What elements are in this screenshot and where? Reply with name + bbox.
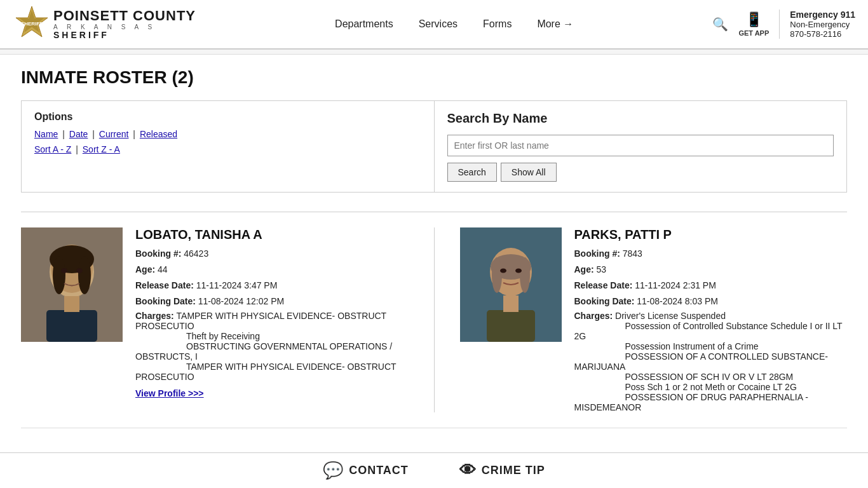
search-button[interactable]: Search — [447, 163, 497, 182]
options-box: Options Name | Date | Current | Released… — [22, 101, 435, 192]
non-emergency-label: Non-Emergency — [790, 20, 855, 29]
lobato-release-date: Release Date: 11-11-2024 3:47 PM — [135, 279, 409, 292]
search-buttons: Search Show All — [447, 163, 834, 182]
lobato-booking-date: Booking Date: 11-08-2024 12:02 PM — [135, 295, 409, 308]
search-icon[interactable]: 🔍 — [712, 17, 728, 32]
sheriff-label: SHERIFF — [53, 30, 196, 40]
crime-tip-label: CRIME TIP — [482, 464, 545, 477]
parks-release-date: Release Date: 11-11-2024 2:31 PM — [574, 279, 848, 292]
emergency-label: Emergency 911 — [790, 10, 855, 20]
inmate-info-lobato: LOBATO, TANISHA A Booking #: 46423 Age: … — [135, 227, 409, 412]
lobato-age: Age: 44 — [135, 263, 409, 276]
show-all-button[interactable]: Show All — [501, 163, 557, 182]
main-nav: Departments Services Forms More → — [196, 18, 712, 30]
lobato-view-profile[interactable]: View Profile >>> — [135, 388, 204, 398]
link-sort-za[interactable]: Sort Z - A — [83, 144, 120, 154]
svg-point-9 — [78, 256, 91, 294]
contact-button[interactable]: 💬 CONTACT — [323, 461, 409, 479]
sort-links: Sort A - Z | Sort Z - A — [34, 144, 421, 154]
svg-point-23 — [515, 269, 522, 273]
parks-age: Age: 53 — [574, 263, 848, 276]
svg-text:SHERIFF: SHERIFF — [21, 21, 43, 27]
site-header: SHERIFF POINSETT COUNTY A R K A N S A S … — [0, 0, 868, 50]
options-heading: Options — [34, 111, 421, 123]
search-heading: Search By Name — [447, 111, 834, 126]
inmate-name-parks: PARKS, PATTI P — [574, 227, 848, 242]
nav-services[interactable]: Services — [419, 18, 458, 30]
svg-point-22 — [500, 269, 506, 273]
inmate-photo-parks — [460, 227, 562, 342]
parks-charges: Charges: Driver's License Suspended Poss… — [574, 311, 848, 412]
search-input[interactable] — [447, 135, 834, 156]
lobato-charges: Charges: TAMPER WITH PHYSICAL EVIDENCE- … — [135, 311, 409, 382]
inmate-name-lobato: LOBATO, TANISHA A — [135, 227, 409, 242]
parks-booking-date: Booking Date: 11-08-2024 8:03 PM — [574, 295, 848, 308]
svg-point-8 — [53, 256, 65, 294]
inmate-row: LOBATO, TANISHA A Booking #: 46423 Age: … — [21, 212, 847, 428]
inmate-list: LOBATO, TANISHA A Booking #: 46423 Age: … — [21, 212, 847, 428]
svg-point-13 — [76, 268, 83, 273]
emergency-info: Emergency 911 Non-Emergency 870-578-2116 — [779, 10, 855, 39]
svg-point-18 — [492, 257, 502, 293]
emergency-phone: 870-578-2116 — [790, 29, 855, 39]
main-content: INMATE ROSTER (2) Options Name | Date | … — [8, 55, 860, 479]
options-search-panel: Options Name | Date | Current | Released… — [21, 100, 847, 193]
crime-tip-icon: 👁 — [459, 461, 477, 479]
nav-more[interactable]: More → — [537, 18, 573, 30]
link-sort-az[interactable]: Sort A - Z — [34, 144, 71, 154]
inmate-divider — [434, 227, 435, 412]
parks-booking: Booking #: 7843 — [574, 247, 848, 261]
options-links: Name | Date | Current | Released — [34, 129, 421, 139]
get-app-button[interactable]: 📱 GET APP — [738, 11, 769, 37]
link-name[interactable]: Name — [34, 129, 58, 139]
logo[interactable]: SHERIFF POINSETT COUNTY A R K A N S A S … — [13, 5, 196, 43]
svg-point-19 — [520, 257, 530, 293]
link-current[interactable]: Current — [99, 129, 129, 139]
page-title: INMATE ROSTER (2) — [21, 67, 847, 88]
search-box: Search By Name Search Show All — [435, 101, 847, 192]
nav-forms[interactable]: Forms — [483, 18, 512, 30]
link-date[interactable]: Date — [69, 129, 88, 139]
sub-header-bar — [0, 50, 868, 55]
county-name: POINSETT COUNTY — [53, 8, 196, 24]
inmate-info-parks: PARKS, PATTI P Booking #: 7843 Age: 53 R… — [574, 227, 848, 412]
link-released[interactable]: Released — [140, 129, 177, 139]
nav-departments[interactable]: Departments — [335, 18, 393, 30]
phone-icon: 📱 — [745, 11, 763, 28]
inmate-photo-lobato — [21, 227, 123, 342]
svg-rect-21 — [503, 295, 519, 312]
inmate-card-lobato: LOBATO, TANISHA A Booking #: 46423 Age: … — [21, 227, 409, 412]
contact-label: CONTACT — [349, 464, 409, 477]
inmate-card-parks: PARKS, PATTI P Booking #: 7843 Age: 53 R… — [460, 227, 848, 412]
header-right: 🔍 📱 GET APP Emergency 911 Non-Emergency … — [712, 10, 855, 39]
svg-rect-10 — [46, 310, 97, 342]
svg-rect-20 — [487, 310, 535, 342]
crime-tip-button[interactable]: 👁 CRIME TIP — [459, 461, 545, 479]
contact-icon: 💬 — [323, 461, 344, 479]
footer-bar: 💬 CONTACT 👁 CRIME TIP — [0, 452, 868, 479]
svg-rect-11 — [64, 296, 79, 312]
svg-point-12 — [61, 268, 67, 273]
lobato-booking: Booking #: 46423 — [135, 247, 409, 261]
logo-text: POINSETT COUNTY A R K A N S A S SHERIFF — [53, 8, 196, 41]
sheriff-star-icon: SHERIFF — [13, 5, 51, 43]
